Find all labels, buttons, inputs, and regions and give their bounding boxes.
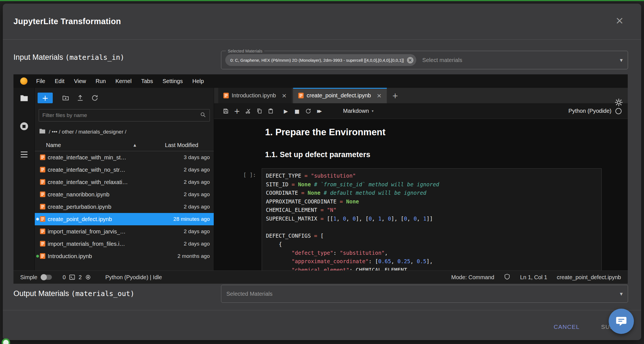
- notebook-icon: [40, 241, 45, 247]
- cell-type-value: Markdown: [343, 108, 369, 114]
- file-row[interactable]: create_perturbation.ipynb2 days ago: [35, 201, 214, 213]
- cell-type-dropdown[interactable]: Markdown ▾: [343, 108, 374, 114]
- terminal-icon[interactable]: [68, 274, 76, 281]
- refresh-icon[interactable]: [91, 94, 99, 102]
- gear-icon[interactable]: [614, 98, 623, 107]
- file-filter-input[interactable]: [42, 112, 200, 118]
- selected-materials-legend: Selected Materials: [226, 48, 264, 54]
- upload-icon[interactable]: [76, 94, 84, 102]
- cut-cell-icon[interactable]: [243, 108, 254, 114]
- home-folder-icon[interactable]: [39, 129, 45, 135]
- tab-create-point-defect[interactable]: create_point_defect.ipynb ×: [293, 88, 387, 103]
- close-tab-icon[interactable]: ×: [282, 92, 287, 99]
- restart-kernel-icon[interactable]: [303, 108, 314, 114]
- file-name: create_point_defect.ipynb: [48, 216, 112, 223]
- active-filename[interactable]: create_point_defect.ipynb: [557, 274, 621, 281]
- file-filter-box: [39, 109, 210, 121]
- breadcrumb-path: / ••• / other / materials_designer /: [49, 129, 127, 135]
- menu-file[interactable]: File: [31, 74, 50, 88]
- file-name: import_materials_from_files.i…: [48, 241, 125, 247]
- new-tab-button[interactable]: +: [388, 88, 402, 103]
- menu-edit[interactable]: Edit: [50, 74, 69, 88]
- add-cell-icon[interactable]: +: [231, 107, 243, 115]
- file-modified: 3 days ago: [184, 154, 210, 160]
- code-line: "chemical_element": CHEMICAL_ELEMENT,: [266, 266, 597, 271]
- menu-settings[interactable]: Settings: [158, 74, 187, 88]
- cursor-position[interactable]: Ln 1, Col 1: [520, 274, 547, 281]
- notebook-main-area: Introduction.ipynb × create_point_defect…: [214, 88, 628, 270]
- menu-tabs[interactable]: Tabs: [136, 74, 158, 88]
- input-materials-label: Input Materials (materials_in): [13, 53, 124, 62]
- file-row[interactable]: Introduction.ipynb2 months ago: [35, 250, 214, 262]
- input-materials-select[interactable]: Selected Materials 0: C, Graphene, HEX (…: [221, 51, 628, 69]
- file-name: create_perturbation.ipynb: [48, 204, 111, 210]
- output-materials-code: (materials_out): [71, 290, 135, 298]
- kernel-indicator: Python (Pyodide): [569, 108, 622, 114]
- file-name: Introduction.ipynb: [48, 253, 92, 260]
- menu-kernel[interactable]: Kernel: [111, 74, 136, 88]
- code-cell-source[interactable]: DEFECT_TYPE = "substitution"SITE_ID = No…: [262, 168, 602, 270]
- command-mode-indicator[interactable]: Mode: Command: [451, 274, 494, 281]
- dialog-title: JupyterLite Transformation: [13, 17, 121, 26]
- file-row[interactable]: import_material_from_jarvis_…2 days ago: [35, 225, 214, 238]
- chip-delete-icon[interactable]: ×: [407, 57, 413, 63]
- trust-shield-icon[interactable]: [504, 273, 510, 281]
- table-of-contents-icon[interactable]: [20, 150, 28, 159]
- close-tab-icon[interactable]: ×: [376, 92, 381, 99]
- kernel-name: Python (Pyodide): [569, 108, 611, 114]
- file-row[interactable]: create_interface_with_relaxati…2 days ag…: [35, 176, 214, 188]
- jupyter-body: +: [13, 88, 628, 270]
- file-browser-icon[interactable]: [20, 94, 28, 102]
- file-row[interactable]: create_interface_with_no_str…2 days ago: [35, 164, 214, 176]
- close-icon[interactable]: ×: [615, 15, 624, 26]
- file-modified: 2 days ago: [184, 241, 210, 247]
- dialog-header: JupyterLite Transformation ×: [3, 4, 641, 40]
- simple-mode-label: Simple: [20, 274, 37, 281]
- code-line: "approximate_coordinate": [0.65, 0.25, 0…: [266, 257, 597, 266]
- menu-run[interactable]: Run: [91, 74, 111, 88]
- file-row[interactable]: create_interface_with_min_st…3 days ago: [35, 151, 214, 164]
- kernel-sessions-icon[interactable]: [84, 274, 92, 281]
- code-line: SUPERCELL_MATRIX = [[1, 0, 0], [0, 1, 0]…: [266, 214, 597, 223]
- menu-view[interactable]: View: [69, 74, 91, 88]
- notebook-icon: [223, 93, 229, 98]
- tab-introduction[interactable]: Introduction.ipynb ×: [218, 88, 292, 103]
- save-icon[interactable]: [220, 108, 231, 114]
- file-row[interactable]: create_point_defect.ipynb28 minutes ago: [35, 213, 214, 225]
- kernels-count: 2: [79, 274, 82, 281]
- run-cell-icon[interactable]: ▶: [280, 108, 291, 114]
- material-chip-label: 0: C, Graphene, HEX (P6/mmm) 2D (Monolay…: [230, 58, 404, 63]
- breadcrumb[interactable]: / ••• / other / materials_designer /: [35, 125, 214, 139]
- file-name: import_material_from_jarvis_…: [48, 228, 126, 235]
- file-name: create_interface_with_no_str…: [48, 167, 125, 173]
- kernel-status-circle-icon[interactable]: [615, 108, 622, 114]
- file-browser-panel: +: [34, 88, 214, 270]
- new-launcher-button[interactable]: +: [38, 93, 53, 103]
- running-sessions-icon[interactable]: [20, 122, 28, 130]
- open-file-dot: [36, 218, 39, 221]
- material-chip[interactable]: 0: C, Graphene, HEX (P6/mmm) 2D (Monolay…: [225, 54, 416, 66]
- paste-cell-icon[interactable]: [265, 108, 276, 114]
- file-list: create_interface_with_min_st…3 days agoc…: [35, 151, 214, 270]
- output-materials-select[interactable]: Selected Materials ▾: [221, 285, 628, 303]
- menu-help[interactable]: Help: [188, 74, 209, 88]
- page-background: JupyterLite Transformation × Input Mater…: [0, 0, 644, 344]
- file-modified: 2 days ago: [184, 204, 210, 210]
- file-row[interactable]: import_materials_from_files.i…2 days ago: [35, 238, 214, 250]
- kernel-status-text[interactable]: Python (Pyodide) | Idle: [105, 274, 162, 281]
- new-folder-icon[interactable]: [62, 94, 70, 102]
- cancel-button[interactable]: CANCEL: [554, 324, 579, 330]
- sort-asc-icon[interactable]: ▲: [134, 143, 136, 147]
- chevron-down-icon[interactable]: ▾: [620, 290, 623, 297]
- file-modified: 2 days ago: [184, 167, 210, 173]
- column-last-modified[interactable]: Last Modified: [165, 142, 198, 148]
- copy-cell-icon[interactable]: [254, 108, 265, 114]
- file-row[interactable]: create_nanoribbon.ipynb2 days ago: [35, 188, 214, 201]
- notebook-icon: [40, 204, 45, 210]
- simple-mode-toggle[interactable]: [41, 275, 52, 280]
- chevron-down-icon[interactable]: ▾: [620, 57, 623, 63]
- stop-kernel-icon[interactable]: ■: [291, 108, 303, 114]
- chat-fab-button[interactable]: [609, 309, 634, 334]
- restart-run-all-icon[interactable]: ▶▶: [314, 109, 325, 114]
- column-name[interactable]: Name: [46, 142, 61, 148]
